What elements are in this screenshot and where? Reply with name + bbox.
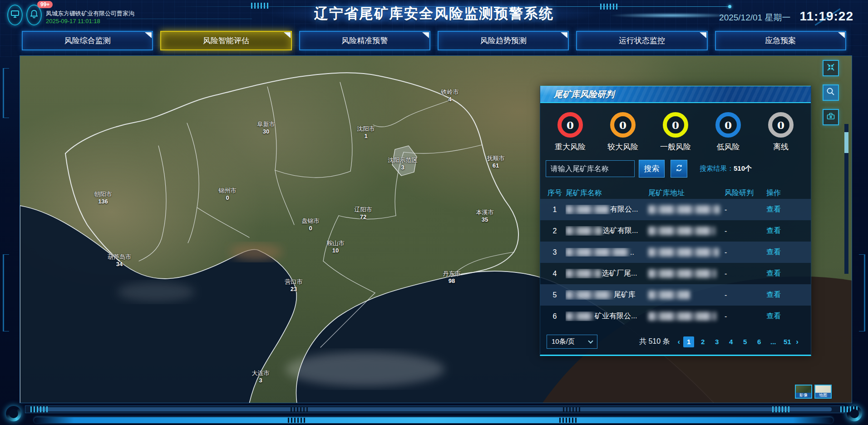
stat-larger-risk: 0 较大风险: [598, 112, 648, 152]
equalizer-icon: [291, 407, 310, 412]
map-vertical-thumb[interactable]: [844, 132, 848, 153]
map-label-jinzhou: 锦州市0: [219, 187, 237, 202]
map-label-yingkou: 营口市23: [285, 278, 303, 293]
equalizer-icon: [772, 406, 791, 412]
page-button-2[interactable]: 2: [697, 336, 708, 347]
stat-ring: 0: [557, 112, 583, 138]
stat-ring: 0: [715, 112, 741, 138]
view-link[interactable]: 查看: [766, 205, 792, 214]
refresh-icon: [675, 164, 683, 174]
map-label-dandong: 丹东市98: [443, 270, 461, 285]
col-risk: 风险研判: [725, 188, 766, 198]
map-label-benxi: 本溪市35: [476, 209, 494, 223]
current-time: 11:19:22: [799, 9, 853, 24]
page-buttons: ‹ 1 2 3 4 5 6 ... 51 ›: [678, 336, 799, 347]
tab-operation-status[interactable]: 运行状态监控: [576, 31, 707, 50]
map-container[interactable]: 铁岭市4 阜新市30 沈阳市1 沈阳示范区3 抚顺市61 朝阳市136 锦州市0…: [20, 55, 852, 403]
search-row: 搜索 搜索结果：510个: [546, 160, 805, 178]
next-page-button[interactable]: ›: [796, 337, 799, 346]
corner-swirl-icon: [6, 406, 21, 421]
table-row: 3 .. - 查看: [540, 242, 811, 263]
view-link[interactable]: 查看: [766, 247, 792, 257]
toolbox-icon: [826, 112, 835, 123]
map-label-shenyang: 沈阳市1: [357, 125, 375, 140]
map-label-fushun: 抚顺市61: [487, 155, 505, 169]
table-row: 4 选矿厂尾... - 查看: [540, 263, 811, 284]
map-label-chaoyang: 朝阳市136: [94, 191, 112, 205]
stat-label: 较大风险: [598, 142, 648, 152]
map-label-tieling: 铁岭市4: [441, 89, 459, 103]
stat-label: 低风险: [703, 142, 753, 152]
redacted-name: [566, 291, 613, 299]
search-input[interactable]: [546, 160, 635, 177]
stat-label: 一般风险: [651, 142, 700, 152]
left-frame-bracket: [3, 68, 9, 118]
bottom-scrollbar-thumb[interactable]: [38, 407, 832, 411]
stat-ring: 0: [610, 112, 636, 138]
main-nav: 风险综合监测 风险智能评估 风险精准预警 风险趋势预测 运行状态监控 应急预案: [22, 31, 846, 50]
table-row: 5 尾矿库 - 查看: [540, 284, 811, 306]
map-label-dalian: 大连市3: [252, 370, 270, 384]
page-button-6[interactable]: 6: [754, 336, 764, 347]
equalizer-icon: [559, 418, 578, 423]
redacted-address: [648, 205, 720, 214]
tab-comprehensive-monitor[interactable]: 风险综合监测: [22, 31, 153, 50]
tab-label: 风险精准预警: [341, 35, 388, 46]
view-link[interactable]: 查看: [766, 226, 792, 236]
left-frame-bracket: [3, 254, 9, 331]
page-size-select[interactable]: 10条/页: [547, 335, 597, 349]
risk-panel-header: 尾矿库风险研判: [540, 86, 811, 103]
map-search-button[interactable]: [823, 84, 839, 101]
table-header: 序号 尾矿库名称 尾矿库地址 风险研判 操作: [540, 187, 811, 199]
redacted-name: [566, 312, 594, 321]
prev-page-button[interactable]: ‹: [678, 337, 681, 346]
equalizer-icon: [288, 418, 307, 423]
redacted-address: [648, 312, 716, 321]
redacted-address: [648, 227, 715, 235]
page-button-5[interactable]: 5: [740, 336, 750, 347]
view-link[interactable]: 查看: [766, 311, 792, 321]
map-label-anshan: 鞍山市10: [327, 240, 345, 254]
tab-trend-forecast[interactable]: 风险趋势预测: [438, 31, 569, 50]
view-link[interactable]: 查看: [766, 290, 792, 300]
tab-precise-warning[interactable]: 风险精准预警: [299, 31, 430, 50]
search-button[interactable]: 搜索: [639, 160, 665, 178]
equalizer-icon: [563, 407, 582, 412]
risk-stats: 0 重大风险 0 较大风险 0 一般风险 0 低风险 0 离线: [540, 103, 811, 152]
page-button-4[interactable]: 4: [725, 336, 736, 347]
total-count: 共 510 条: [639, 337, 670, 346]
page-button-3[interactable]: 3: [711, 336, 722, 347]
stat-label: 重大风险: [545, 142, 595, 152]
page-button-51[interactable]: 51: [782, 336, 793, 347]
tab-emergency-plan[interactable]: 应急预案: [715, 31, 846, 50]
refresh-button[interactable]: [671, 160, 687, 178]
stat-ring: 0: [663, 112, 688, 138]
col-action: 操作: [766, 188, 792, 198]
layer-satellite[interactable]: 影像: [795, 385, 812, 399]
exit-fullscreen-button[interactable]: [823, 60, 839, 76]
bottom-glow-strip: [34, 417, 833, 423]
stat-low-risk: 0 低风险: [703, 112, 753, 152]
table-row: 2 选矿有限... - 查看: [540, 220, 811, 242]
layer-label: 地图: [815, 393, 831, 398]
search-icon: [826, 87, 835, 98]
tab-intelligent-assessment[interactable]: 风险智能评估: [160, 31, 291, 50]
redacted-name: [566, 248, 629, 257]
map-label-panjin: 盘锦市0: [302, 217, 320, 232]
view-link[interactable]: 查看: [766, 269, 792, 278]
map-label-fuxin: 阜新市30: [257, 121, 275, 135]
right-frame-bracket: [859, 254, 865, 331]
layer-street[interactable]: 地图: [814, 385, 832, 399]
stat-offline: 0 离线: [756, 112, 806, 152]
toolbox-button[interactable]: [823, 109, 839, 125]
col-index: 序号: [544, 188, 566, 198]
equalizer-icon: [30, 406, 49, 412]
col-address: 尾矿库地址: [648, 188, 725, 198]
page-button-1[interactable]: 1: [683, 336, 694, 347]
map-label-shenyang-demo-zone: 沈阳示范区3: [388, 157, 418, 171]
redacted-address: [648, 248, 719, 257]
map-vertical-track: [844, 124, 848, 274]
map-label-huludao: 葫芦岛市34: [108, 253, 131, 268]
redacted-name: [566, 227, 602, 235]
page-ellipsis: ...: [768, 336, 779, 347]
